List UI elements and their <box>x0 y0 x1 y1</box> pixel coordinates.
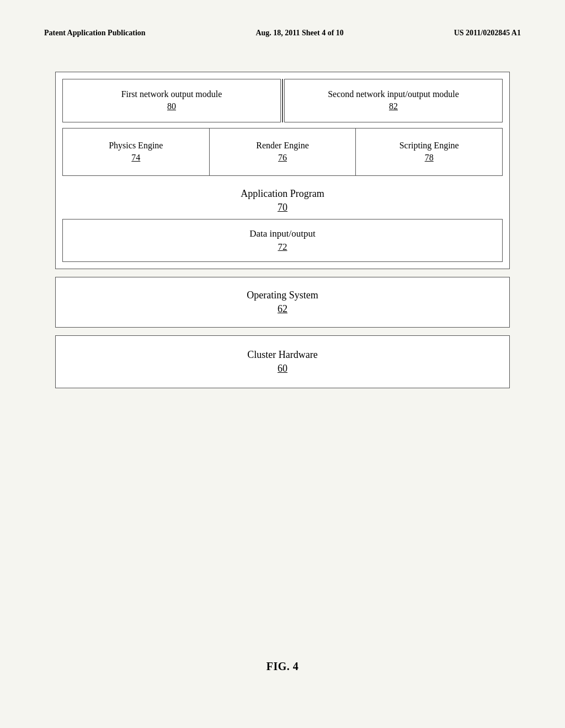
figure-label: FIG. 4 <box>0 660 565 673</box>
engines-row: Physics Engine 74 Render Engine 76 Scrip… <box>62 128 503 176</box>
hardware-label: Cluster Hardware <box>247 349 317 360</box>
physics-engine-ref: 74 <box>131 153 140 162</box>
scripting-engine-ref: 78 <box>425 153 434 162</box>
os-ref: 62 <box>278 303 287 314</box>
os-label: Operating System <box>247 290 318 301</box>
header-right: US 2011/0202845 A1 <box>454 29 521 38</box>
first-network-ref: 80 <box>167 101 176 111</box>
app-program-text: Application Program <box>241 188 324 199</box>
diagram: First network output module 80 Second ne… <box>55 72 510 388</box>
hardware-ref: 60 <box>278 363 287 374</box>
app-program-box: First network output module 80 Second ne… <box>55 72 510 269</box>
render-engine-box: Render Engine 76 <box>209 129 356 175</box>
first-network-box: First network output module 80 <box>62 79 281 122</box>
data-io-ref: 72 <box>278 242 287 252</box>
physics-engine-box: Physics Engine 74 <box>63 129 209 175</box>
page-header: Patent Application Publication Aug. 18, … <box>0 29 565 38</box>
second-network-ref: 82 <box>389 101 398 111</box>
vertical-divider <box>282 79 283 122</box>
header-left: Patent Application Publication <box>44 29 146 38</box>
data-io-label: Data input/output <box>249 228 315 239</box>
second-network-box: Second network input/output module 82 <box>284 79 503 122</box>
header-center: Aug. 18, 2011 Sheet 4 of 10 <box>255 29 343 38</box>
first-network-label: First network output module <box>121 89 222 99</box>
app-program-label: Application Program 70 <box>62 181 503 217</box>
render-engine-ref: 76 <box>278 153 287 162</box>
physics-engine-label: Physics Engine <box>109 141 163 150</box>
figure-text: FIG. 4 <box>266 660 299 672</box>
second-network-label: Second network input/output module <box>328 89 459 99</box>
data-io-box: Data input/output 72 <box>62 219 503 262</box>
scripting-engine-label: Scripting Engine <box>399 141 459 150</box>
os-box: Operating System 62 <box>55 277 510 328</box>
network-modules-row: First network output module 80 Second ne… <box>62 79 503 122</box>
app-program-ref: 70 <box>278 202 287 213</box>
scripting-engine-box: Scripting Engine 78 <box>355 129 502 175</box>
hardware-box: Cluster Hardware 60 <box>55 335 510 388</box>
render-engine-label: Render Engine <box>256 141 309 150</box>
